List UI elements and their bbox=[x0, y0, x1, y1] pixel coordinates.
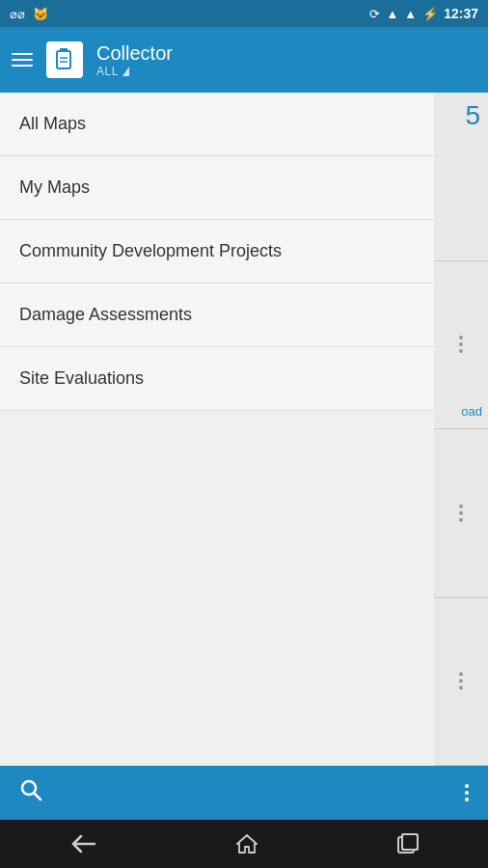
bottom-toolbar bbox=[0, 766, 488, 820]
status-time: 12:37 bbox=[444, 6, 478, 21]
peek-item-3 bbox=[434, 429, 488, 598]
svg-line-4 bbox=[35, 794, 41, 800]
drawer-item-site-evaluations[interactable]: Site Evaluations bbox=[0, 347, 434, 411]
peek-download-label: oad bbox=[461, 404, 482, 419]
peek-item-2: oad bbox=[434, 261, 488, 430]
peek-dots-3 bbox=[459, 672, 463, 690]
peek-dots-2 bbox=[459, 504, 463, 522]
hamburger-icon[interactable] bbox=[12, 53, 33, 67]
drawer-item-site-evaluations-label: Site Evaluations bbox=[19, 368, 144, 388]
drawer-item-my-maps[interactable]: My Maps bbox=[0, 156, 434, 220]
wifi-icon: ▲ bbox=[386, 7, 398, 21]
peek-item-1: 5 bbox=[434, 93, 488, 261]
nav-recents-button[interactable] bbox=[397, 833, 419, 854]
peek-dot bbox=[459, 518, 463, 522]
battery-icon: ⚡ bbox=[422, 7, 438, 21]
screen-rotate-icon: ⟳ bbox=[369, 7, 380, 21]
peek-count: 5 bbox=[465, 100, 480, 131]
android-nav-bar bbox=[0, 820, 488, 868]
navigation-drawer: All Maps My Maps Community Development P… bbox=[0, 93, 434, 766]
peek-dots-1 bbox=[459, 336, 463, 353]
app-subtitle-row: ALL bbox=[96, 65, 173, 78]
peek-dot bbox=[459, 336, 463, 339]
subtitle-signal-icon bbox=[122, 67, 129, 76]
status-bar: ⌀⌀ 🐱 ⟳ ▲ ▲ ⚡ 12:37 bbox=[0, 0, 488, 27]
peek-dot bbox=[459, 342, 463, 346]
content-peek: 5 oad bbox=[434, 93, 488, 766]
drawer-item-all-maps[interactable]: All Maps bbox=[0, 93, 434, 156]
more-dot-3 bbox=[465, 798, 469, 801]
signal-icon: ▲ bbox=[404, 7, 417, 21]
more-dot-1 bbox=[465, 784, 469, 788]
svg-rect-8 bbox=[402, 834, 418, 850]
voicemail-icon: ⌀⌀ bbox=[10, 7, 25, 21]
app-title: Collector bbox=[96, 41, 173, 65]
drawer-item-my-maps-label: My Maps bbox=[19, 177, 90, 197]
status-bar-right: ⟳ ▲ ▲ ⚡ 12:37 bbox=[369, 6, 478, 21]
peek-dot bbox=[459, 511, 463, 515]
svg-rect-0 bbox=[57, 51, 70, 68]
peek-dot bbox=[459, 686, 463, 690]
nav-home-button[interactable] bbox=[235, 832, 258, 855]
app-title-block: Collector ALL bbox=[96, 41, 173, 78]
more-dot-2 bbox=[465, 791, 469, 795]
drawer-item-community-dev[interactable]: Community Development Projects bbox=[0, 220, 434, 284]
drawer-item-damage-assessments-label: Damage Assessments bbox=[19, 305, 192, 324]
peek-dot bbox=[459, 672, 463, 676]
cat-icon: 🐱 bbox=[33, 7, 48, 21]
more-options-button[interactable] bbox=[465, 784, 469, 801]
app-logo bbox=[46, 41, 83, 78]
peek-dot bbox=[459, 679, 463, 683]
drawer-item-community-dev-label: Community Development Projects bbox=[19, 241, 282, 260]
app-subtitle: ALL bbox=[96, 65, 119, 78]
svg-marker-6 bbox=[237, 835, 257, 853]
app-header: Collector ALL bbox=[0, 27, 488, 93]
main-layout: 5 oad All Maps bbox=[0, 93, 488, 766]
status-bar-left: ⌀⌀ 🐱 bbox=[10, 7, 48, 21]
search-button[interactable] bbox=[19, 778, 42, 807]
peek-item-4 bbox=[434, 598, 488, 767]
drawer-item-all-maps-label: All Maps bbox=[19, 114, 86, 133]
peek-dot bbox=[459, 349, 463, 353]
nav-back-button[interactable] bbox=[69, 834, 96, 854]
peek-dot bbox=[459, 504, 463, 508]
drawer-item-damage-assessments[interactable]: Damage Assessments bbox=[0, 284, 434, 347]
